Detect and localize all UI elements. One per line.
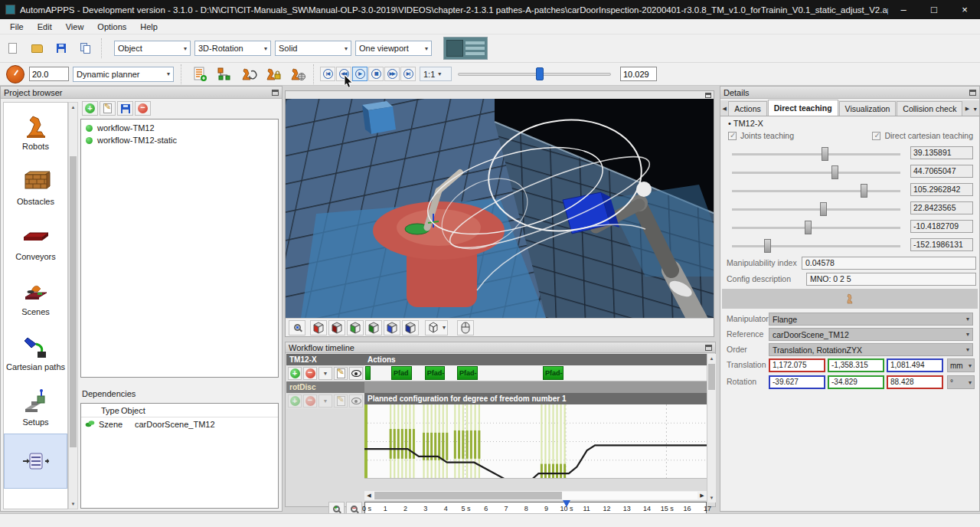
joint-slider-handle[interactable] xyxy=(820,202,827,216)
iso-view-button[interactable]: ▾ xyxy=(425,320,448,336)
joint-slider-handle[interactable] xyxy=(861,184,867,198)
tab-collision-check[interactable]: Collision check xyxy=(897,101,962,116)
timeline-hscrollbar[interactable]: ◀ ▶ xyxy=(364,491,707,500)
joint-value-field[interactable]: 39.135891 xyxy=(910,146,973,159)
checkbox[interactable] xyxy=(728,132,737,140)
joint-slider-track[interactable] xyxy=(732,245,900,247)
playback-skip-start-button[interactable]: |◀ xyxy=(320,67,335,81)
view-orientation-button[interactable] xyxy=(384,320,400,336)
toolbar-dropdown[interactable]: One viewport▾ xyxy=(355,41,432,56)
slider-handle[interactable] xyxy=(536,67,544,80)
manipulator-dropdown[interactable]: Flange▾ xyxy=(769,313,973,326)
maximize-panel-icon[interactable] xyxy=(969,90,976,96)
speed-input[interactable] xyxy=(29,67,69,81)
joint-value-field[interactable]: 44.7065047 xyxy=(910,165,973,178)
workflow-tree-button[interactable] xyxy=(214,64,234,84)
remove-action-button[interactable]: − xyxy=(303,367,317,380)
action-block[interactable]: Pfad xyxy=(391,366,412,380)
action-block[interactable]: Pfad- xyxy=(543,366,564,380)
copy-button[interactable] xyxy=(76,38,96,58)
maximize-panel-icon[interactable] xyxy=(272,90,279,96)
view-orientation-button[interactable] xyxy=(347,320,364,336)
tab-direct-teaching[interactable]: Direct teaching xyxy=(768,100,838,116)
tab-actions[interactable]: Actions xyxy=(728,101,766,116)
scroll-down-icon[interactable]: ▼ xyxy=(707,493,716,502)
joint-slider-handle[interactable] xyxy=(831,165,838,179)
joint-value-field[interactable]: 105.2962842 xyxy=(910,183,973,196)
vscroll-thumb[interactable] xyxy=(708,364,715,390)
menu-item[interactable]: Options xyxy=(90,19,133,34)
edit-track-button[interactable] xyxy=(334,367,348,380)
toolbar-dropdown[interactable]: Solid▾ xyxy=(275,41,351,56)
view-orientation-button[interactable] xyxy=(402,320,419,336)
tabs-scroll-right-icon[interactable]: ▶ xyxy=(963,102,971,116)
category-scrollbar[interactable]: ▲ ▼ xyxy=(68,102,78,509)
toggle-visibility-button[interactable] xyxy=(349,367,363,380)
playhead-marker[interactable] xyxy=(563,500,570,507)
toolbar-dropdown[interactable]: 3D-Rotation▾ xyxy=(194,41,271,56)
tab-visualization[interactable]: Visualization xyxy=(839,101,897,116)
scrollbar-thumb[interactable] xyxy=(70,156,77,447)
tabs-menu-icon[interactable]: ▼ xyxy=(972,102,979,116)
add-action-button[interactable]: + xyxy=(288,367,302,380)
joint-slider-handle[interactable] xyxy=(764,239,771,253)
planner-dropdown[interactable]: Dynamic planner▾ xyxy=(73,67,174,82)
joint-slider-handle[interactable] xyxy=(822,147,828,161)
playback-pause-button[interactable]: ▮▮ xyxy=(368,67,384,81)
joint-value-field[interactable]: 22.8423565 xyxy=(910,201,973,214)
view-orientation-button[interactable] xyxy=(365,320,382,336)
playback-skip-end-button[interactable]: ▶| xyxy=(400,67,416,81)
tabs-scroll-left-icon[interactable]: ◀ xyxy=(720,102,728,116)
menu-item[interactable]: Edit xyxy=(31,19,59,34)
checkbox-row[interactable]: Direct cartesian teaching xyxy=(872,131,973,140)
menu-item[interactable]: Help xyxy=(133,19,165,34)
track-menu-button[interactable]: ▼ xyxy=(318,367,332,380)
translation-value-field[interactable]: 1,172.075 xyxy=(769,358,825,372)
joint-value-field[interactable]: -10.4182709 xyxy=(910,220,973,233)
action-block[interactable] xyxy=(365,366,371,380)
action-block[interactable]: Pfad- xyxy=(457,366,478,380)
toolbar-dropdown[interactable]: Object▾ xyxy=(114,41,191,56)
mouse-mode-button[interactable] xyxy=(457,320,474,336)
sidebar-item-obstacles[interactable]: Obstacles xyxy=(4,158,67,213)
window-control-button[interactable]: – xyxy=(888,0,919,19)
playback-step-back-button[interactable]: ◀◀ xyxy=(336,67,351,81)
track-name[interactable]: rotDisc xyxy=(286,381,364,393)
track-name[interactable]: TM12-X xyxy=(286,354,364,365)
save-button[interactable] xyxy=(51,38,71,58)
add-plan-button[interactable] xyxy=(190,64,210,84)
menu-item[interactable]: View xyxy=(59,19,91,34)
hscroll-thumb[interactable] xyxy=(374,492,562,499)
robot-replan-button[interactable] xyxy=(239,64,259,84)
playback-ratio-dropdown[interactable]: 1:1▾ xyxy=(420,67,452,81)
scroll-left-icon[interactable]: ◀ xyxy=(364,493,374,499)
category-item[interactable] xyxy=(4,434,67,489)
new-file-button[interactable] xyxy=(2,38,22,58)
joint-slider-track[interactable] xyxy=(732,208,900,211)
window-control-button[interactable]: × xyxy=(949,0,980,19)
sidebar-item-robots[interactable]: Robots xyxy=(4,103,67,158)
scroll-down-icon[interactable]: ▼ xyxy=(69,499,77,509)
table-row[interactable]: Szene carDoorScene_TM12 xyxy=(81,417,278,431)
scroll-up-icon[interactable]: ▲ xyxy=(707,354,716,363)
time-input[interactable] xyxy=(620,67,657,81)
checkbox[interactable] xyxy=(872,132,880,140)
rotation-unit-dropdown[interactable]: °▾ xyxy=(947,375,975,389)
rotation-value-field[interactable]: -39.627 xyxy=(769,375,825,389)
translation-unit-dropdown[interactable]: mm▾ xyxy=(947,358,975,372)
sidebar-item-setups[interactable]: Setups xyxy=(4,378,67,434)
timeline-vscrollbar[interactable]: ▲ ▼ xyxy=(707,354,716,502)
joint-slider-track[interactable] xyxy=(732,172,900,174)
view-orientation-button[interactable] xyxy=(310,320,327,336)
scroll-right-icon[interactable]: ▶ xyxy=(697,493,707,499)
timeline-slider[interactable] xyxy=(458,67,611,81)
slider-track[interactable] xyxy=(458,73,611,76)
reference-dropdown[interactable]: carDoorScene_TM12▾ xyxy=(769,328,973,341)
playback-play-button[interactable]: ▶ xyxy=(352,67,368,81)
action-block[interactable]: Pfad- xyxy=(425,366,445,380)
scroll-up-icon[interactable]: ▲ xyxy=(69,103,77,112)
translation-value-field[interactable]: -1,358.315 xyxy=(828,358,884,372)
translation-value-field[interactable]: 1,081.494 xyxy=(887,358,943,372)
edit-workflow-button[interactable] xyxy=(100,101,116,116)
3d-scene[interactable] xyxy=(286,99,714,318)
